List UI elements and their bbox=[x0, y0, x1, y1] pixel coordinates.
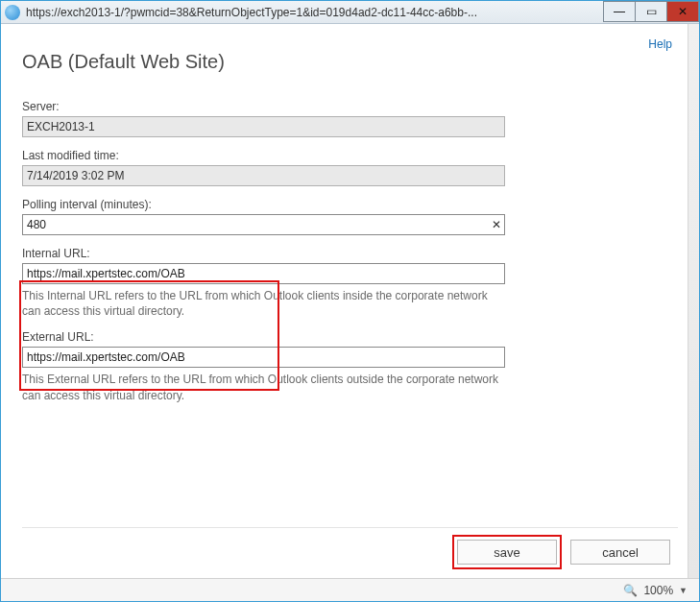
internal-url-help: This Internal URL refers to the URL from… bbox=[22, 288, 505, 319]
zoom-level: 100% bbox=[643, 584, 673, 597]
minimize-button[interactable]: — bbox=[603, 1, 636, 22]
modified-label: Last modified time: bbox=[22, 149, 678, 162]
polling-input[interactable] bbox=[22, 214, 505, 235]
server-label: Server: bbox=[22, 100, 678, 113]
zoom-dropdown-icon[interactable]: ▼ bbox=[679, 586, 688, 595]
external-url-input[interactable] bbox=[22, 347, 505, 368]
ie-icon bbox=[5, 5, 20, 20]
server-field bbox=[22, 116, 505, 137]
maximize-button[interactable]: ▭ bbox=[635, 1, 667, 22]
external-url-help: This External URL refers to the URL from… bbox=[22, 372, 505, 402]
save-button[interactable]: save bbox=[457, 540, 557, 565]
page-title: OAB (Default Web Site) bbox=[22, 51, 678, 73]
clear-icon[interactable]: ✕ bbox=[492, 218, 501, 231]
window-buttons: — ▭ ✕ bbox=[604, 1, 699, 23]
modified-field bbox=[22, 165, 505, 186]
close-button[interactable]: ✕ bbox=[666, 1, 699, 22]
external-url-label: External URL: bbox=[22, 330, 678, 344]
window-titlebar: https://exch2013-1/?pwmcid=38&ReturnObje… bbox=[1, 1, 699, 24]
cancel-button[interactable]: cancel bbox=[570, 540, 670, 565]
divider bbox=[22, 527, 678, 528]
polling-label: Polling interval (minutes): bbox=[22, 198, 678, 211]
internal-url-label: Internal URL: bbox=[22, 247, 678, 260]
address-bar-text: https://exch2013-1/?pwmcid=38&ReturnObje… bbox=[26, 6, 604, 19]
status-bar: 🔍 100% ▼ bbox=[1, 578, 699, 601]
help-link[interactable]: Help bbox=[648, 37, 672, 51]
zoom-icon[interactable]: 🔍 bbox=[623, 584, 638, 597]
internal-url-input[interactable] bbox=[22, 263, 505, 284]
